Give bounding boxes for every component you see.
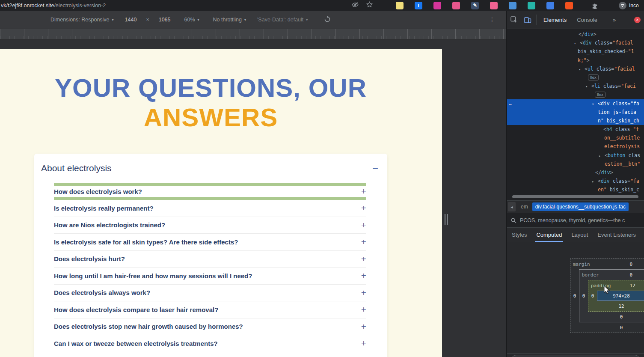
- sidebar-tab-layout[interactable]: Layout: [567, 228, 593, 242]
- expand-plus-icon[interactable]: +: [361, 254, 366, 264]
- tree-node[interactable]: en" bis_skin_c: [507, 185, 644, 193]
- sidebar-tab-computed[interactable]: Computed: [531, 228, 567, 242]
- collapse-arrow-icon[interactable]: ▾: [592, 100, 598, 108]
- collapse-arrow-icon[interactable]: ▾: [574, 39, 580, 48]
- extension-icon-notes[interactable]: [396, 2, 404, 9]
- tab-elements[interactable]: Elements: [538, 11, 572, 29]
- more-tabs-chevron[interactable]: »: [613, 17, 616, 23]
- border-top-value[interactable]: 0: [599, 272, 644, 278]
- expand-arrow-icon[interactable]: ▸: [592, 177, 598, 186]
- tree-node-selected[interactable]: tion js-facia: [507, 108, 644, 116]
- tree-node[interactable]: flex: [507, 73, 644, 82]
- expand-plus-icon[interactable]: +: [361, 321, 366, 332]
- extension-icon-facebook[interactable]: f: [415, 2, 422, 9]
- faq-question-row[interactable]: How does electrolysis work?+: [54, 186, 366, 197]
- tree-node[interactable]: bis_skin_checked="1: [507, 47, 644, 56]
- expand-plus-icon[interactable]: +: [361, 237, 366, 247]
- eye-off-icon[interactable]: [352, 1, 359, 10]
- margin-top-value[interactable]: 0: [590, 262, 644, 267]
- faq-question-row[interactable]: Does electrolysis hurt?+: [54, 251, 366, 268]
- devtools-search-bar[interactable]: PCOS, menopause, thyroid, genetics—the c: [507, 213, 644, 228]
- tree-node-selected[interactable]: n" bis_skin_ch: [507, 116, 644, 125]
- expand-plus-icon[interactable]: +: [361, 338, 366, 348]
- flex-badge[interactable]: flex: [595, 92, 605, 98]
- extension-icon-pink[interactable]: [452, 2, 460, 9]
- sidebar-tab-styles[interactable]: Styles: [507, 228, 531, 242]
- border-left-value[interactable]: 0: [579, 280, 588, 312]
- tree-node[interactable]: ▾<div class="facial-: [507, 39, 644, 47]
- profile-chip[interactable]: Inco: [619, 0, 639, 11]
- address-bar[interactable]: vk/t2ejf8f.onrocket.site/electrolysis-ve…: [1, 0, 106, 11]
- horizontal-scrollbar[interactable]: [507, 193, 644, 200]
- expand-plus-icon[interactable]: +: [361, 288, 366, 298]
- expand-plus-icon[interactable]: +: [361, 186, 366, 196]
- extension-icon-drop[interactable]: [546, 2, 554, 9]
- extension-icon-orange[interactable]: [565, 2, 573, 9]
- extensions-puzzle-icon[interactable]: [591, 2, 599, 11]
- tree-node[interactable]: ▾<li class="faci: [507, 82, 644, 90]
- faq-question-row[interactable]: How long until I am hair-free and how ma…: [54, 268, 366, 285]
- breadcrumb-back-button[interactable]: ◂: [508, 202, 516, 211]
- padding-left-value[interactable]: 0: [588, 291, 597, 301]
- faq-question-row[interactable]: How does electrolysis compare to laser h…: [54, 301, 366, 318]
- margin-bottom-value[interactable]: 0: [570, 325, 644, 330]
- tree-node[interactable]: ▸<div class="fa: [507, 177, 644, 185]
- flex-badge[interactable]: flex: [588, 74, 599, 80]
- padding-top-value[interactable]: 12: [611, 283, 644, 289]
- tree-node[interactable]: ▸<button clas: [507, 151, 644, 160]
- tree-node[interactable]: k;">: [507, 56, 644, 65]
- expand-plus-icon[interactable]: +: [361, 220, 366, 230]
- tree-node[interactable]: electrolysis: [507, 142, 644, 151]
- expand-plus-icon[interactable]: +: [361, 203, 366, 213]
- tree-node[interactable]: flex: [507, 90, 644, 99]
- tree-node-selected[interactable]: …▾<div class="fa: [507, 99, 644, 108]
- tree-node[interactable]: </div>: [507, 168, 644, 177]
- scrollbar-thumb[interactable]: [512, 195, 638, 198]
- tab-console[interactable]: Console: [572, 11, 602, 29]
- rotate-icon[interactable]: [324, 16, 331, 24]
- extension-icon-teal[interactable]: [528, 2, 535, 9]
- extension-icon-instagram[interactable]: [433, 2, 441, 9]
- tree-node[interactable]: on__subtitle: [507, 134, 644, 142]
- breadcrumb-item-active[interactable]: div.facial-questions__subquestion.js-fac: [532, 202, 629, 211]
- faq-card-header[interactable]: About electrolysis −: [34, 163, 387, 173]
- faq-question-row[interactable]: Is electrolysis safe for all skin types?…: [54, 234, 366, 251]
- inspect-icon[interactable]: [507, 16, 521, 24]
- tree-node[interactable]: estion__btn": [507, 160, 644, 168]
- extension-icon-blue[interactable]: [509, 2, 516, 9]
- expand-plus-icon[interactable]: +: [361, 304, 366, 315]
- zoom-select[interactable]: 60% ▾: [184, 17, 199, 23]
- collapse-arrow-icon[interactable]: ▾: [585, 82, 591, 91]
- faq-question-row[interactable]: How are Nios electrologists trained?+: [54, 217, 366, 234]
- expand-plus-icon[interactable]: +: [361, 271, 366, 281]
- extension-icon-chat[interactable]: [490, 2, 498, 9]
- toolbar-menu-dots[interactable]: ⋮: [489, 16, 495, 23]
- breadcrumb-item[interactable]: em: [521, 204, 528, 210]
- faq-question-row[interactable]: Does electrolysis stop new hair growth c…: [54, 318, 366, 336]
- viewport-width-input[interactable]: 1440: [125, 17, 137, 23]
- dimensions-select[interactable]: Dimensions: Responsive ▾: [50, 17, 114, 23]
- tree-node[interactable]: </div>: [507, 30, 644, 39]
- throttling-select[interactable]: No throttling ▾: [213, 17, 246, 23]
- collapse-minus-icon[interactable]: −: [372, 163, 378, 173]
- collapse-arrow-icon[interactable]: ▾: [579, 65, 585, 74]
- tree-node[interactable]: <h4 class="f: [507, 125, 644, 134]
- expand-arrow-icon[interactable]: ▸: [599, 152, 605, 160]
- faq-question-row[interactable]: Is electrolysis really permanent?+: [54, 200, 366, 217]
- filter-input[interactable]: Filter: [511, 355, 640, 357]
- extension-icon-pen[interactable]: ✎: [471, 2, 479, 9]
- error-badge[interactable]: ×: [634, 17, 641, 23]
- faq-question-row[interactable]: Does electrolysis always work?+: [54, 285, 366, 302]
- tree-node[interactable]: ▾<ul class="facial: [507, 65, 644, 73]
- node-overflow-dots[interactable]: …: [509, 99, 512, 108]
- padding-bottom-value[interactable]: 12: [588, 303, 644, 309]
- faq-question-row[interactable]: Can I wax or tweeze between electrolysis…: [54, 335, 366, 352]
- device-toolbar-icon[interactable]: [521, 16, 534, 24]
- viewport-height-input[interactable]: 1065: [159, 17, 171, 23]
- sidebar-tab-event-listeners[interactable]: Event Listeners: [593, 228, 641, 242]
- viewport-resize-handle[interactable]: [445, 214, 449, 225]
- save-data-select[interactable]: 'Save-Data': default ▾: [257, 17, 308, 23]
- margin-left-value[interactable]: 0: [570, 269, 579, 322]
- border-bottom-value[interactable]: 0: [579, 314, 644, 320]
- bookmark-star-icon[interactable]: [366, 1, 373, 9]
